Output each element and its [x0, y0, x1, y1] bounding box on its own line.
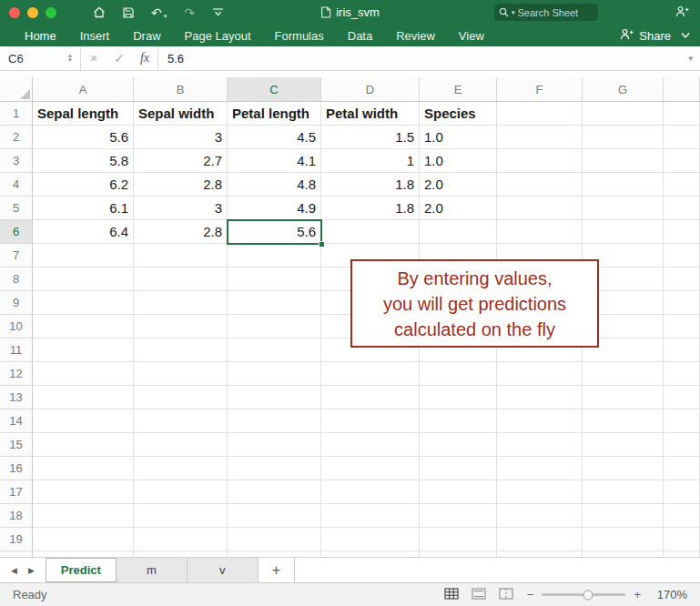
cell-C5[interactable]: 4.9 — [228, 197, 321, 220]
cell-E6[interactable] — [420, 220, 497, 244]
name-box[interactable]: C6 ▲ ▼ — [0, 46, 80, 70]
cell-G17[interactable] — [583, 480, 664, 504]
cell-D15[interactable] — [321, 433, 420, 457]
cell-D16[interactable] — [321, 457, 420, 480]
row-header-19[interactable]: 19 — [0, 528, 33, 551]
cell-H15[interactable] — [664, 433, 700, 457]
sheet-tab-v[interactable]: v — [188, 558, 259, 582]
cell-C17[interactable] — [228, 480, 321, 504]
customize-toolbar-icon[interactable] — [212, 8, 224, 17]
cell-D6[interactable] — [321, 220, 420, 244]
cell-F6[interactable] — [497, 220, 583, 244]
cell-B8[interactable] — [134, 268, 228, 291]
row-header-14[interactable]: 14 — [0, 409, 33, 433]
cell-H1[interactable] — [664, 102, 700, 126]
cell-A12[interactable] — [33, 362, 134, 386]
cell-H9[interactable] — [664, 291, 700, 315]
cell-E13[interactable] — [420, 386, 497, 409]
cell-F14[interactable] — [497, 409, 583, 433]
cell-E17[interactable] — [420, 480, 497, 504]
cell-H4[interactable] — [664, 173, 700, 197]
search-input[interactable] — [518, 7, 593, 18]
cell-E1[interactable]: Species — [420, 102, 497, 126]
cell-A11[interactable] — [33, 338, 134, 362]
cell-E14[interactable] — [420, 409, 497, 433]
row-header-15[interactable]: 15 — [0, 433, 33, 457]
cell-H3[interactable] — [664, 149, 700, 173]
cell-H7[interactable] — [664, 244, 700, 268]
cell-E4[interactable]: 2.0 — [420, 173, 497, 197]
page-layout-view-icon[interactable] — [472, 588, 486, 602]
cell-F15[interactable] — [497, 433, 583, 457]
cell-D1[interactable]: Petal width — [321, 102, 420, 126]
cell-C16[interactable] — [228, 457, 321, 480]
cell-B16[interactable] — [134, 457, 228, 480]
row-header-5[interactable]: 5 — [0, 197, 33, 220]
column-header-A[interactable]: A — [33, 77, 134, 102]
ribbon-tab-view[interactable]: View — [447, 25, 496, 46]
row-header-9[interactable]: 9 — [0, 291, 33, 315]
row-header-8[interactable]: 8 — [0, 268, 33, 291]
row-header-2[interactable]: 2 — [0, 126, 33, 149]
page-break-view-icon[interactable] — [499, 588, 513, 602]
cell-B15[interactable] — [134, 433, 228, 457]
cell-D17[interactable] — [321, 480, 420, 504]
ribbon-tab-page-layout[interactable]: Page Layout — [173, 25, 263, 46]
cell-G13[interactable] — [583, 386, 664, 409]
cancel-entry-icon[interactable]: × — [81, 51, 107, 66]
cell-F19[interactable] — [497, 528, 583, 551]
cell-A9[interactable] — [33, 291, 134, 315]
column-header-F[interactable]: F — [497, 77, 583, 102]
cell-A15[interactable] — [33, 433, 134, 457]
cell-A5[interactable]: 6.1 — [33, 197, 134, 220]
cell-F2[interactable] — [497, 126, 583, 149]
cell-F4[interactable] — [497, 173, 583, 197]
cell-H2[interactable] — [664, 126, 700, 149]
cell-B4[interactable]: 2.8 — [134, 173, 228, 197]
cell-A4[interactable]: 6.2 — [33, 173, 134, 197]
cell-B9[interactable] — [134, 291, 228, 315]
cell-D18[interactable] — [321, 504, 420, 528]
cell-E19[interactable] — [420, 528, 497, 551]
normal-view-icon[interactable] — [444, 588, 459, 602]
cell-D4[interactable]: 1.8 — [321, 173, 420, 197]
cell-B2[interactable]: 3 — [134, 126, 228, 149]
cell-C10[interactable] — [228, 315, 321, 338]
sheet-tab-m[interactable]: m — [117, 558, 188, 582]
undo-button[interactable]: ↶ ▾ — [151, 6, 167, 19]
share-label[interactable]: Share — [639, 29, 671, 43]
cell-A10[interactable] — [33, 315, 134, 338]
cell-F1[interactable] — [497, 102, 583, 126]
cell-E18[interactable] — [420, 504, 497, 528]
minimize-window-button[interactable] — [27, 7, 38, 18]
formula-input[interactable]: 5.6 — [167, 52, 184, 66]
cell-F16[interactable] — [497, 457, 583, 480]
cell-H12[interactable] — [664, 362, 700, 386]
row-header-3[interactable]: 3 — [0, 149, 33, 173]
ribbon-tab-review[interactable]: Review — [384, 25, 447, 46]
row-header-11[interactable]: 11 — [0, 338, 33, 362]
cell-C6[interactable]: 5.6 — [228, 220, 321, 244]
cell-E15[interactable] — [420, 433, 497, 457]
share-button[interactable]: Share — [620, 28, 671, 43]
add-sheet-button[interactable]: + — [259, 558, 295, 582]
home-icon[interactable] — [93, 6, 106, 18]
cell-B12[interactable] — [134, 362, 228, 386]
column-header-G[interactable]: G — [583, 77, 664, 102]
cell-G2[interactable] — [583, 126, 664, 149]
cell-F5[interactable] — [497, 197, 583, 220]
share-person-icon[interactable] — [675, 5, 689, 17]
cell-D14[interactable] — [321, 409, 420, 433]
cell-H16[interactable] — [664, 457, 700, 480]
zoom-in-icon[interactable]: + — [634, 588, 641, 601]
cell-D5[interactable]: 1.8 — [321, 197, 420, 220]
cell-C13[interactable] — [228, 386, 321, 409]
next-sheet-icon[interactable]: ▶ — [28, 566, 35, 575]
cell-E12[interactable] — [420, 362, 497, 386]
row-header-13[interactable]: 13 — [0, 386, 33, 409]
cell-C11[interactable] — [228, 338, 321, 362]
cell-G12[interactable] — [583, 362, 664, 386]
cell-G6[interactable] — [583, 220, 664, 244]
close-window-button[interactable] — [9, 7, 20, 18]
spinner-down-icon[interactable]: ▼ — [67, 58, 73, 63]
